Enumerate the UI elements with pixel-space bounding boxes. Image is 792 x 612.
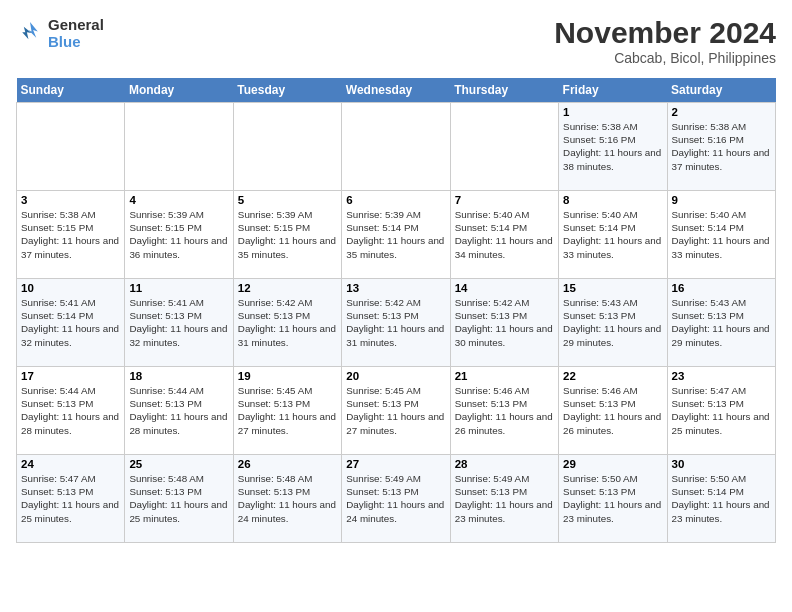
day-number: 16: [672, 282, 771, 294]
day-number: 2: [672, 106, 771, 118]
day-info: Sunrise: 5:46 AM Sunset: 5:13 PM Dayligh…: [563, 384, 662, 437]
calendar-cell: 28Sunrise: 5:49 AM Sunset: 5:13 PM Dayli…: [450, 455, 558, 543]
day-number: 9: [672, 194, 771, 206]
day-number: 29: [563, 458, 662, 470]
day-info: Sunrise: 5:40 AM Sunset: 5:14 PM Dayligh…: [672, 208, 771, 261]
calendar-cell: 9Sunrise: 5:40 AM Sunset: 5:14 PM Daylig…: [667, 191, 775, 279]
calendar-week-2: 3Sunrise: 5:38 AM Sunset: 5:15 PM Daylig…: [17, 191, 776, 279]
day-info: Sunrise: 5:46 AM Sunset: 5:13 PM Dayligh…: [455, 384, 554, 437]
page-header: General Blue November 2024 Cabcab, Bicol…: [16, 16, 776, 66]
day-info: Sunrise: 5:48 AM Sunset: 5:13 PM Dayligh…: [129, 472, 228, 525]
calendar-cell: 8Sunrise: 5:40 AM Sunset: 5:14 PM Daylig…: [559, 191, 667, 279]
day-info: Sunrise: 5:44 AM Sunset: 5:13 PM Dayligh…: [21, 384, 120, 437]
day-number: 19: [238, 370, 337, 382]
calendar-cell: 1Sunrise: 5:38 AM Sunset: 5:16 PM Daylig…: [559, 103, 667, 191]
day-number: 7: [455, 194, 554, 206]
day-number: 14: [455, 282, 554, 294]
calendar-cell: [233, 103, 341, 191]
calendar-cell: 18Sunrise: 5:44 AM Sunset: 5:13 PM Dayli…: [125, 367, 233, 455]
day-number: 8: [563, 194, 662, 206]
calendar-week-5: 24Sunrise: 5:47 AM Sunset: 5:13 PM Dayli…: [17, 455, 776, 543]
day-info: Sunrise: 5:42 AM Sunset: 5:13 PM Dayligh…: [455, 296, 554, 349]
day-number: 6: [346, 194, 445, 206]
day-info: Sunrise: 5:38 AM Sunset: 5:16 PM Dayligh…: [563, 120, 662, 173]
day-number: 30: [672, 458, 771, 470]
calendar-cell: 15Sunrise: 5:43 AM Sunset: 5:13 PM Dayli…: [559, 279, 667, 367]
calendar-cell: 3Sunrise: 5:38 AM Sunset: 5:15 PM Daylig…: [17, 191, 125, 279]
day-number: 27: [346, 458, 445, 470]
day-number: 10: [21, 282, 120, 294]
calendar-header-row: SundayMondayTuesdayWednesdayThursdayFrid…: [17, 78, 776, 103]
day-number: 4: [129, 194, 228, 206]
day-info: Sunrise: 5:50 AM Sunset: 5:14 PM Dayligh…: [672, 472, 771, 525]
calendar-cell: 29Sunrise: 5:50 AM Sunset: 5:13 PM Dayli…: [559, 455, 667, 543]
day-info: Sunrise: 5:39 AM Sunset: 5:15 PM Dayligh…: [129, 208, 228, 261]
calendar-cell: 2Sunrise: 5:38 AM Sunset: 5:16 PM Daylig…: [667, 103, 775, 191]
header-monday: Monday: [125, 78, 233, 103]
day-number: 13: [346, 282, 445, 294]
calendar-cell: 20Sunrise: 5:45 AM Sunset: 5:13 PM Dayli…: [342, 367, 450, 455]
header-friday: Friday: [559, 78, 667, 103]
calendar-cell: [125, 103, 233, 191]
day-info: Sunrise: 5:45 AM Sunset: 5:13 PM Dayligh…: [346, 384, 445, 437]
header-saturday: Saturday: [667, 78, 775, 103]
logo-text: General Blue: [48, 16, 104, 50]
calendar-cell: [17, 103, 125, 191]
calendar-cell: 5Sunrise: 5:39 AM Sunset: 5:15 PM Daylig…: [233, 191, 341, 279]
svg-marker-1: [22, 27, 31, 39]
day-number: 5: [238, 194, 337, 206]
logo-line2: Blue: [48, 33, 104, 50]
calendar-cell: 30Sunrise: 5:50 AM Sunset: 5:14 PM Dayli…: [667, 455, 775, 543]
day-number: 21: [455, 370, 554, 382]
header-thursday: Thursday: [450, 78, 558, 103]
day-info: Sunrise: 5:41 AM Sunset: 5:13 PM Dayligh…: [129, 296, 228, 349]
day-number: 18: [129, 370, 228, 382]
day-info: Sunrise: 5:42 AM Sunset: 5:13 PM Dayligh…: [238, 296, 337, 349]
day-number: 23: [672, 370, 771, 382]
calendar-cell: 21Sunrise: 5:46 AM Sunset: 5:13 PM Dayli…: [450, 367, 558, 455]
calendar-cell: 19Sunrise: 5:45 AM Sunset: 5:13 PM Dayli…: [233, 367, 341, 455]
calendar-cell: 14Sunrise: 5:42 AM Sunset: 5:13 PM Dayli…: [450, 279, 558, 367]
day-info: Sunrise: 5:40 AM Sunset: 5:14 PM Dayligh…: [563, 208, 662, 261]
calendar-cell: 17Sunrise: 5:44 AM Sunset: 5:13 PM Dayli…: [17, 367, 125, 455]
day-info: Sunrise: 5:40 AM Sunset: 5:14 PM Dayligh…: [455, 208, 554, 261]
calendar-cell: 22Sunrise: 5:46 AM Sunset: 5:13 PM Dayli…: [559, 367, 667, 455]
header-wednesday: Wednesday: [342, 78, 450, 103]
svg-marker-0: [28, 22, 37, 38]
calendar-cell: 16Sunrise: 5:43 AM Sunset: 5:13 PM Dayli…: [667, 279, 775, 367]
day-number: 20: [346, 370, 445, 382]
calendar-table: SundayMondayTuesdayWednesdayThursdayFrid…: [16, 78, 776, 543]
calendar-cell: 13Sunrise: 5:42 AM Sunset: 5:13 PM Dayli…: [342, 279, 450, 367]
day-number: 15: [563, 282, 662, 294]
day-info: Sunrise: 5:47 AM Sunset: 5:13 PM Dayligh…: [21, 472, 120, 525]
day-info: Sunrise: 5:38 AM Sunset: 5:15 PM Dayligh…: [21, 208, 120, 261]
day-info: Sunrise: 5:45 AM Sunset: 5:13 PM Dayligh…: [238, 384, 337, 437]
calendar-subtitle: Cabcab, Bicol, Philippines: [554, 50, 776, 66]
day-info: Sunrise: 5:47 AM Sunset: 5:13 PM Dayligh…: [672, 384, 771, 437]
day-info: Sunrise: 5:39 AM Sunset: 5:14 PM Dayligh…: [346, 208, 445, 261]
calendar-title: November 2024: [554, 16, 776, 50]
calendar-cell: [450, 103, 558, 191]
logo-line1: General: [48, 16, 104, 33]
day-info: Sunrise: 5:38 AM Sunset: 5:16 PM Dayligh…: [672, 120, 771, 173]
calendar-cell: [342, 103, 450, 191]
day-number: 26: [238, 458, 337, 470]
day-info: Sunrise: 5:43 AM Sunset: 5:13 PM Dayligh…: [563, 296, 662, 349]
calendar-cell: 4Sunrise: 5:39 AM Sunset: 5:15 PM Daylig…: [125, 191, 233, 279]
day-number: 22: [563, 370, 662, 382]
day-number: 1: [563, 106, 662, 118]
day-info: Sunrise: 5:39 AM Sunset: 5:15 PM Dayligh…: [238, 208, 337, 261]
day-info: Sunrise: 5:42 AM Sunset: 5:13 PM Dayligh…: [346, 296, 445, 349]
day-info: Sunrise: 5:48 AM Sunset: 5:13 PM Dayligh…: [238, 472, 337, 525]
day-info: Sunrise: 5:43 AM Sunset: 5:13 PM Dayligh…: [672, 296, 771, 349]
header-tuesday: Tuesday: [233, 78, 341, 103]
day-number: 3: [21, 194, 120, 206]
calendar-cell: 24Sunrise: 5:47 AM Sunset: 5:13 PM Dayli…: [17, 455, 125, 543]
logo: General Blue: [16, 16, 104, 50]
day-info: Sunrise: 5:49 AM Sunset: 5:13 PM Dayligh…: [455, 472, 554, 525]
calendar-cell: 27Sunrise: 5:49 AM Sunset: 5:13 PM Dayli…: [342, 455, 450, 543]
day-number: 25: [129, 458, 228, 470]
day-number: 17: [21, 370, 120, 382]
day-number: 24: [21, 458, 120, 470]
day-info: Sunrise: 5:50 AM Sunset: 5:13 PM Dayligh…: [563, 472, 662, 525]
